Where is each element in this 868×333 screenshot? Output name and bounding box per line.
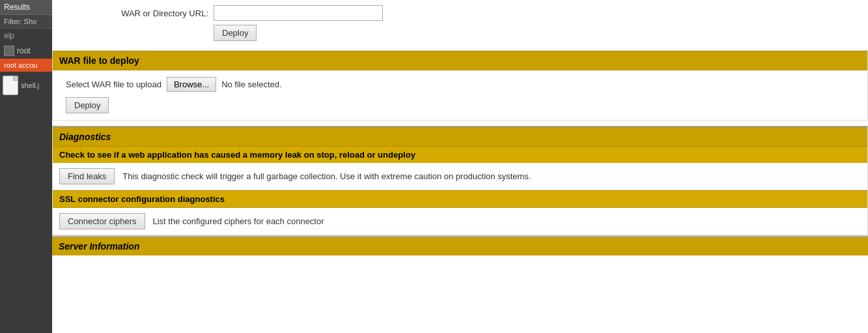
sidebar-file-item[interactable]: shell.j (0, 72, 52, 99)
select-war-label: Select WAR file to upload (66, 80, 161, 89)
diagnostics-wrapper: Diagnostics Check to see if a web applic… (52, 126, 868, 236)
main-content: WAR or Directory URL: Deploy WAR file to… (52, 0, 868, 333)
sidebar-item-help[interactable]: elp (0, 29, 52, 43)
find-leaks-row: Find leaks This diagnostic check will tr… (53, 163, 867, 190)
browse-button[interactable]: Browse... (167, 77, 216, 92)
root-icon (4, 46, 14, 56)
war-deploy-button[interactable]: Deploy (66, 97, 109, 113)
diagnostics-header: Diagnostics (53, 127, 867, 147)
top-section: WAR or Directory URL: Deploy (52, 0, 868, 51)
root-label: root (17, 46, 31, 55)
ssl-content: Connector ciphers List the configured ci… (53, 208, 867, 235)
ssl-header: SSL connector configuration diagnostics (53, 190, 867, 208)
memory-leak-header: Check to see if a web application has ca… (53, 147, 867, 163)
sidebar: Results Filter: Sho elp root root accou … (0, 0, 52, 333)
sidebar-filter: Filter: Sho (0, 15, 52, 29)
war-url-label: WAR or Directory URL: (65, 8, 208, 18)
sidebar-item-account[interactable]: root accou (0, 59, 52, 72)
sidebar-item-root[interactable]: root (0, 43, 52, 59)
file-icon (3, 76, 18, 95)
no-file-text: No file selected. (221, 80, 282, 89)
server-info-header: Server Information (52, 236, 868, 255)
ssl-section: SSL connector configuration diagnostics … (53, 190, 867, 235)
war-section-content: Select WAR file to upload Browse... No f… (53, 70, 867, 120)
war-url-input[interactable] (214, 5, 383, 21)
war-url-row: WAR or Directory URL: (65, 5, 855, 21)
war-section: WAR file to deploy Select WAR file to up… (52, 51, 868, 121)
war-file-row: Select WAR file to upload Browse... No f… (66, 77, 282, 92)
file-label: shell.j (21, 81, 39, 89)
connector-ciphers-button[interactable]: Connector ciphers (59, 213, 145, 229)
deploy-top-row: Deploy (214, 25, 855, 41)
memory-leak-section: Check to see if a web application has ca… (53, 147, 867, 190)
sidebar-tab-results[interactable]: Results (0, 0, 52, 15)
war-deploy-row: Deploy (66, 97, 109, 113)
find-leaks-button[interactable]: Find leaks (59, 168, 115, 184)
war-section-header: WAR file to deploy (53, 51, 867, 70)
deploy-top-button[interactable]: Deploy (214, 25, 257, 41)
find-leaks-text: This diagnostic check will trigger a ful… (122, 171, 531, 181)
connector-ciphers-text: List the configured ciphers for each con… (153, 216, 324, 226)
